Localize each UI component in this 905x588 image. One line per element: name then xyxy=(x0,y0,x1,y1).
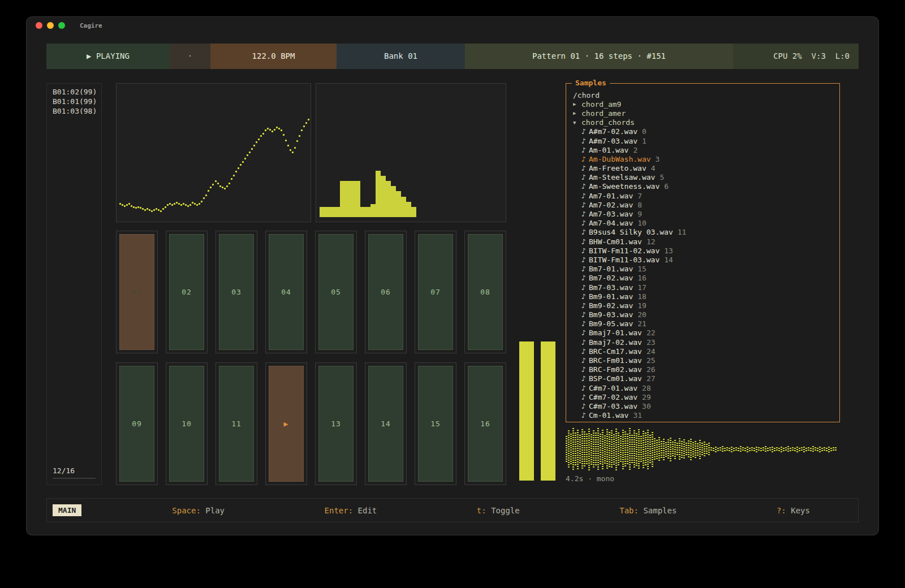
scatter-dot xyxy=(262,133,264,135)
zoom-button[interactable] xyxy=(58,22,65,29)
folder-chord_am9[interactable]: ▶chord_am9 xyxy=(573,100,833,109)
pad-label: 16 xyxy=(480,420,490,428)
sample-file[interactable]: ♪Bm7-02.wav16 xyxy=(573,274,833,283)
waveform-column xyxy=(821,448,823,451)
scatter-dot xyxy=(180,204,182,206)
key-hint: ?: Keys xyxy=(777,506,810,515)
sample-file[interactable]: ♪Bm9-02.wav19 xyxy=(573,301,833,310)
sample-file[interactable]: ♪BHW-Cm01.wav12 xyxy=(573,237,833,246)
pad-16[interactable]: 16 xyxy=(464,362,506,485)
sample-file[interactable]: ♪Bm9-05.wav21 xyxy=(573,319,833,328)
folder-name: chord_am9 xyxy=(581,100,621,109)
transport-status[interactable]: ▶ PLAYING xyxy=(46,44,170,69)
hint-key: Space: xyxy=(172,506,201,515)
pad-07[interactable]: 07 xyxy=(415,231,456,353)
folder-name: chord_amer xyxy=(581,109,626,118)
scatter-dot xyxy=(267,128,269,129)
level-histogram-chart xyxy=(316,83,506,222)
pad-15[interactable]: 15 xyxy=(415,362,456,485)
pad-05[interactable]: 05 xyxy=(315,231,357,353)
sample-file[interactable]: ♪Bm7-01.wav15 xyxy=(573,265,833,274)
sample-file[interactable]: ♪BRC-Fm02.wav26 xyxy=(573,365,833,374)
waveform-column xyxy=(756,447,757,452)
sample-file[interactable]: ♪BITW-Fm11-02.wav13 xyxy=(573,246,833,255)
sample-file[interactable]: ♪B9sus4 Silky 03.wav11 xyxy=(573,228,833,237)
waveform-column xyxy=(683,439,685,460)
sample-file[interactable]: ♪Am7-02.wav8 xyxy=(573,200,833,209)
pad-14[interactable]: 14 xyxy=(365,362,407,485)
pad-08[interactable]: 08 xyxy=(464,231,506,353)
samples-path: /chord xyxy=(573,90,833,100)
pad-03[interactable]: 03 xyxy=(216,231,257,353)
close-button[interactable] xyxy=(36,22,42,29)
sample-file[interactable]: ♪Am7-01.wav7 xyxy=(573,191,833,200)
folder-chord_chords[interactable]: ▼chord_chords xyxy=(573,118,833,127)
sample-waveform xyxy=(566,427,843,472)
sample-file[interactable]: ♪BRC-Fm01.wav25 xyxy=(573,356,833,365)
sample-file[interactable]: ♪BSP-Cm01.wav27 xyxy=(573,374,833,383)
minimize-button[interactable] xyxy=(47,22,54,29)
sample-file[interactable]: ♪Bmaj7-02.wav23 xyxy=(573,338,833,347)
waveform-column xyxy=(706,444,708,455)
waveform-column xyxy=(638,429,640,470)
folder-name: chord_chords xyxy=(581,118,635,127)
sample-file[interactable]: ♪Am-Steelsaw.wav5 xyxy=(573,173,833,182)
note-icon: ♪ xyxy=(581,301,589,310)
pad-04[interactable]: 04 xyxy=(265,231,307,353)
sample-file[interactable]: ♪BRC-Cm17.wav24 xyxy=(573,347,833,356)
scatter-dot xyxy=(142,208,144,210)
sample-file-name: C#m7-03.wav xyxy=(589,402,637,410)
sample-file[interactable]: ♪Bmaj7-01.wav22 xyxy=(573,328,833,338)
scatter-dot xyxy=(137,206,139,208)
sample-file[interactable]: ♪C#m7-03.wav30 xyxy=(573,401,833,410)
sample-file[interactable]: ♪Am-Freeto.wav4 xyxy=(573,164,833,173)
pad-09-surface: 09 xyxy=(119,366,154,482)
note-icon: ♪ xyxy=(581,228,589,236)
waveform-column xyxy=(588,429,590,470)
pad-02[interactable]: 02 xyxy=(166,231,208,353)
sample-file-selected[interactable]: ♪Am-DubWash.wav3 xyxy=(573,154,833,163)
waveform-column xyxy=(595,433,597,466)
sample-file[interactable]: ♪Bm9-01.wav18 xyxy=(573,292,833,301)
pad-11[interactable]: 11 xyxy=(216,362,257,485)
folder-chord_amer[interactable]: ▶chord_amer xyxy=(573,109,833,118)
waveform-column xyxy=(667,439,669,460)
sample-file-index: 24 xyxy=(647,347,656,356)
scatter-dot xyxy=(240,164,242,166)
pad-12[interactable]: ▶ xyxy=(265,362,307,485)
sample-file[interactable]: ♪Bm9-03.wav20 xyxy=(573,310,833,319)
sample-file[interactable]: ♪C#m7-01.wav28 xyxy=(573,383,833,392)
sample-file-name: Bm7-01.wav xyxy=(589,265,633,273)
sample-file[interactable]: ♪Am-Sweetness.wav6 xyxy=(573,182,833,191)
waveform-column xyxy=(742,447,744,452)
sample-file[interactable]: ♪Am7-03.wav9 xyxy=(573,209,833,218)
pad-11-surface: 11 xyxy=(219,366,254,482)
sample-file[interactable]: ♪A#m7-02.wav0 xyxy=(573,127,833,136)
pad-01-surface: 01 xyxy=(119,234,154,350)
pad-09[interactable]: 09 xyxy=(116,362,158,485)
sample-file-index: 1 xyxy=(642,137,647,145)
sample-file-name: Am7-01.wav xyxy=(589,192,633,200)
pad-10[interactable]: 10 xyxy=(166,362,208,485)
waveform-column xyxy=(579,435,581,464)
pad-13[interactable]: 13 xyxy=(315,362,357,485)
pad-06[interactable]: 06 xyxy=(365,231,407,353)
sample-file[interactable]: ♪Bm7-03.wav17 xyxy=(573,283,833,292)
sample-file[interactable]: ♪C#m7-02.wav29 xyxy=(573,392,833,401)
scatter-dot xyxy=(146,208,148,210)
waveform-column xyxy=(749,448,751,451)
sample-file[interactable]: ♪BITW-Fm11-03.wav14 xyxy=(573,255,833,264)
scatter-dot xyxy=(201,201,202,202)
pad-01[interactable]: 01 xyxy=(116,231,158,353)
waveform-column xyxy=(704,442,705,457)
sample-file[interactable]: ♪Am7-04.wav10 xyxy=(573,219,833,228)
waveform-column xyxy=(604,435,606,464)
key-hint: Space: Play xyxy=(172,506,225,515)
sample-file[interactable]: ♪Cm-01.wav31 xyxy=(573,411,833,418)
histogram-bar xyxy=(350,181,355,217)
bpm-display: 122.0 BPM xyxy=(210,44,337,69)
sample-file[interactable]: ♪A#m7-03.wav1 xyxy=(573,136,833,145)
scatter-dot xyxy=(274,129,275,131)
sample-file[interactable]: ♪Am-01.wav2 xyxy=(573,145,833,154)
scatter-dot xyxy=(301,129,303,131)
